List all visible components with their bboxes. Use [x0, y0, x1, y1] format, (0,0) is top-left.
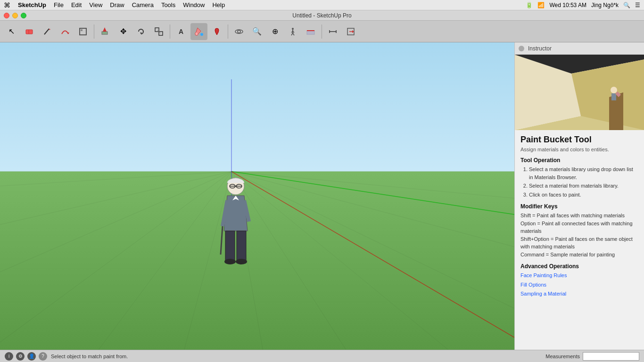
- rotate-tool-button[interactable]: [132, 23, 149, 40]
- instructor-image: [515, 55, 644, 130]
- advanced-operations-content: Face Painting Rules Fill Options Samplin…: [520, 272, 638, 298]
- select-tool-button[interactable]: ↖: [3, 23, 20, 40]
- svg-rect-0: [26, 30, 33, 34]
- scene-canvas: [0, 42, 514, 350]
- svg-rect-36: [237, 231, 246, 262]
- instructor-content: Paint Bucket Tool Assign materials and c…: [515, 55, 644, 350]
- menu-file[interactable]: File: [54, 1, 64, 8]
- app-window: Untitled - SketchUp Pro ↖ ✥ A: [0, 10, 644, 362]
- app-menu-sketchup[interactable]: SketchUp: [18, 1, 46, 8]
- svg-point-15: [238, 30, 240, 33]
- zoom-tool-button[interactable]: 🔍: [248, 23, 265, 40]
- person-figure: [217, 174, 255, 269]
- menu-edit[interactable]: Edit: [71, 1, 82, 8]
- user-icon: 👤: [27, 352, 36, 361]
- menu-tools[interactable]: Tools: [161, 1, 175, 8]
- menu-window[interactable]: Window: [183, 1, 205, 8]
- instructor-text-area: Paint Bucket Tool Assign materials and c…: [515, 130, 644, 307]
- time-display: Wed 10:53 AM: [549, 2, 586, 8]
- viewport[interactable]: [0, 42, 514, 350]
- wifi-icon: 📶: [537, 2, 545, 8]
- user-display: Jing Ngô*k: [591, 2, 619, 8]
- status-message: Select object to match paint from.: [51, 354, 128, 359]
- tool-operation-title: Tool Operation: [520, 157, 638, 164]
- info-icon: i: [5, 352, 13, 361]
- minimize-button[interactable]: [12, 13, 18, 18]
- pushpull-tool-button[interactable]: [97, 23, 114, 40]
- search-icon[interactable]: 🔍: [623, 2, 630, 8]
- settings-icon: ⚙: [16, 352, 25, 361]
- modifier-keys-content: Shift = Paint all faces with matching ma…: [520, 212, 638, 258]
- measurements-input[interactable]: [583, 352, 639, 361]
- advanced-operations-title: Advanced Operations: [520, 263, 638, 270]
- arc-tool-button[interactable]: [57, 23, 74, 40]
- measurements-label: Measurements: [545, 354, 580, 359]
- svg-marker-3: [49, 29, 50, 30]
- menubar-left: ⌘ SketchUp File Edit View Draw Camera To…: [4, 1, 225, 9]
- text-tool-button[interactable]: A: [173, 23, 190, 40]
- svg-marker-8: [103, 27, 107, 32]
- move-tool-button[interactable]: ✥: [115, 23, 132, 40]
- svg-point-37: [224, 259, 236, 264]
- svg-line-2: [44, 29, 49, 34]
- export-tool-button[interactable]: [342, 23, 359, 40]
- svg-rect-6: [81, 29, 83, 31]
- svg-line-40: [221, 226, 223, 255]
- svg-rect-35: [225, 231, 235, 262]
- window-controls: [4, 13, 26, 18]
- menubar: ⌘ SketchUp File Edit View Draw Camera To…: [0, 0, 644, 10]
- close-button[interactable]: [4, 13, 9, 18]
- menu-view[interactable]: View: [89, 1, 102, 8]
- instructor-title: Instructor: [528, 45, 552, 52]
- svg-rect-22: [307, 31, 314, 34]
- measurements-area: Measurements: [545, 352, 639, 361]
- status-icons: i ⚙ 👤 ?: [5, 352, 47, 361]
- menu-camera[interactable]: Camera: [132, 1, 154, 8]
- crosshair-tool-button[interactable]: ⊕: [266, 23, 283, 40]
- maximize-button[interactable]: [21, 13, 26, 18]
- instructor-header: Instructor: [515, 42, 644, 55]
- tool-description: Assign materials and colors to entities.: [520, 147, 638, 152]
- tool-operation-content: Select a materials library using drop do…: [520, 165, 638, 198]
- shape-tool-button[interactable]: [74, 23, 91, 40]
- svg-point-38: [236, 259, 247, 264]
- svg-line-20: [291, 33, 293, 35]
- main-area: Instructor: [0, 42, 644, 350]
- svg-point-48: [611, 87, 617, 93]
- scale-tool-button[interactable]: [150, 23, 167, 40]
- svg-rect-7: [102, 32, 107, 34]
- pencil-tool-button[interactable]: [39, 23, 56, 40]
- window-title: Untitled - SketchUp Pro: [292, 12, 351, 19]
- menubar-right: 🔋 📶 Wed 10:53 AM Jing Ngô*k 🔍 ☰: [526, 2, 640, 8]
- modifier-keys-title: Modifier Keys: [520, 203, 638, 210]
- face-painting-rules-link[interactable]: Face Painting Rules: [520, 272, 638, 280]
- sample-tool-button[interactable]: [208, 23, 225, 40]
- sampling-material-link[interactable]: Sampling a Material: [520, 290, 638, 298]
- menu-help[interactable]: Help: [212, 1, 225, 8]
- instructor-panel: Instructor: [514, 42, 644, 350]
- tool-name: Paint Bucket Tool: [520, 135, 638, 145]
- menu-draw[interactable]: Draw: [110, 1, 124, 8]
- titlebar: Untitled - SketchUp Pro: [0, 10, 644, 21]
- svg-line-21: [293, 33, 294, 35]
- apple-menu[interactable]: ⌘: [4, 1, 10, 9]
- battery-icon: 🔋: [526, 2, 533, 8]
- svg-rect-49: [611, 93, 616, 100]
- statusbar: i ⚙ 👤 ? Select object to match paint fro…: [0, 350, 644, 362]
- svg-point-13: [200, 33, 203, 36]
- eraser-tool-button[interactable]: [21, 23, 38, 40]
- orbit-tool-button[interactable]: [231, 23, 248, 40]
- svg-point-16: [292, 28, 294, 30]
- dimension-tool-button[interactable]: [324, 23, 341, 40]
- instructor-dot: [519, 46, 524, 51]
- notification-icon[interactable]: ☰: [635, 2, 640, 8]
- help-icon: ?: [39, 352, 47, 361]
- walk-tool-button[interactable]: [284, 23, 301, 40]
- paint-bucket-tool-button[interactable]: [190, 23, 207, 40]
- toolbar: ↖ ✥ A: [0, 21, 644, 42]
- fill-options-link[interactable]: Fill Options: [520, 281, 638, 289]
- section-plane-button[interactable]: [302, 23, 319, 40]
